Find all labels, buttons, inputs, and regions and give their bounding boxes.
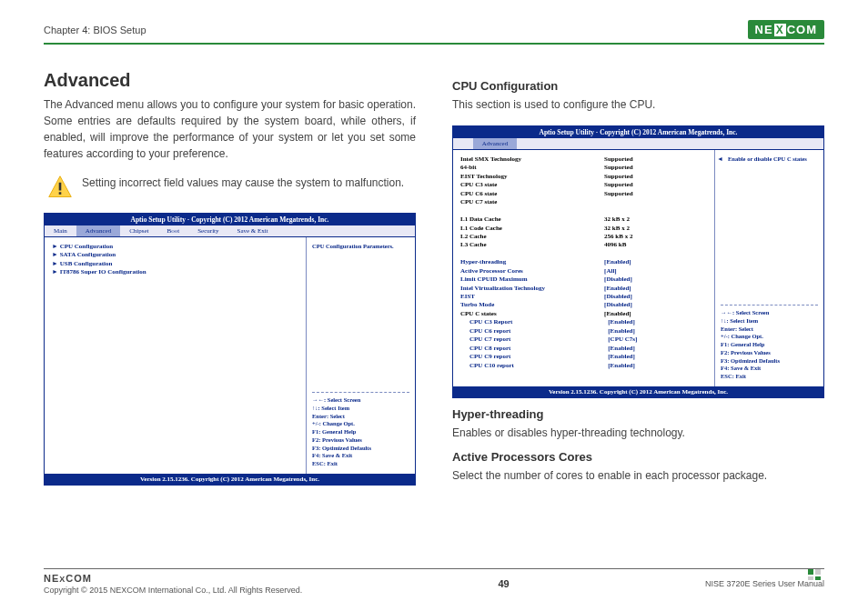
- bios-field-value: [Enabled]: [608, 318, 707, 326]
- bios-field-value: [Enabled]: [604, 285, 707, 293]
- bios-field-label: Turbo Mode: [460, 301, 604, 309]
- bios-side-hint: Enable or disable CPU C states: [721, 155, 818, 162]
- bios-field-label: CPU C3 state: [460, 181, 604, 189]
- bios-menu-item: ► IT8786 Super IO Configuration: [52, 268, 298, 276]
- bios-tab-main: Main: [45, 225, 76, 236]
- bios-help-line: F1: General Help: [721, 341, 818, 349]
- bios-title: Aptio Setup Utility - Copyright (C) 2012…: [45, 214, 415, 225]
- arrow-icon: ◄: [717, 155, 723, 163]
- bios-menu-item: ► USB Configuration: [52, 260, 298, 268]
- bios-field-value: [Enabled]: [604, 258, 707, 266]
- warning-icon: [47, 175, 73, 200]
- bios-help-panel: CPU Configuration Parameters. →←: Select…: [306, 237, 415, 474]
- bios-main-panel: ► CPU Configuration► SATA Configuration►…: [45, 237, 306, 474]
- bios-field-label: L1 Data Cache: [460, 215, 604, 224]
- intro-text: The Advanced menu allows you to configur…: [44, 96, 416, 162]
- bios-field-value: Supported: [604, 181, 707, 189]
- bios-field-value: Supported: [604, 190, 707, 198]
- bios-help-line: Enter: Select: [312, 413, 409, 421]
- bios-field-value: 4096 kB: [604, 241, 707, 249]
- bios-tab-security: Security: [188, 225, 227, 236]
- bios-help-line: →←: Select Screen: [721, 309, 818, 317]
- bios-help-line: ↑↓: Select Item: [721, 317, 818, 326]
- bios-field-label: CPU C8 report: [460, 345, 608, 353]
- bios-field-label: L3 Cache: [460, 241, 604, 249]
- bios-help-line: +/-: Change Opt.: [312, 420, 409, 428]
- bios-field-value: [Enabled]: [604, 310, 707, 318]
- bios-field-label: CPU C6 report: [460, 327, 608, 336]
- bios-field-label: Intel Virtualization Technology: [460, 285, 604, 293]
- bios-field-label: CPU C7 state: [460, 198, 604, 206]
- page-footer: NEXCOM Copyright © 2015 NEXCOM Internati…: [44, 568, 824, 595]
- nexcom-logo: NEXCOM: [748, 20, 824, 39]
- bios-help-line: Enter: Select: [721, 326, 818, 334]
- bios-field-label: CPU C9 report: [460, 353, 608, 361]
- footer-copyright: Copyright © 2015 NEXCOM International Co…: [44, 586, 302, 595]
- bios-field-label: CPU C states: [460, 310, 604, 318]
- bios-field-value: [Disabled]: [604, 275, 707, 284]
- bios-field-value: [Enabled]: [608, 327, 707, 336]
- active-processor-cores-body: Select the number of cores to enable in …: [452, 467, 824, 484]
- bios-tabs: Advanced: [453, 138, 823, 150]
- bios-field-label: CPU C6 state: [460, 190, 604, 198]
- bios-menu-item: ► SATA Configuration: [52, 251, 298, 259]
- bios-field-label: L2 Cache: [460, 233, 604, 241]
- bios-field-value: Supported: [604, 155, 707, 164]
- cpu-config-intro: This section is used to configure the CP…: [452, 96, 824, 113]
- bios-version: Version 2.15.1236. Copyright (C) 2012 Am…: [45, 474, 415, 485]
- bios-field-value: 32 kB x 2: [604, 215, 707, 224]
- bios-tab-chipset: Chipset: [120, 225, 157, 236]
- bios-field-value: [Disabled]: [604, 293, 707, 301]
- page-header: Chapter 4: BIOS Setup NEXCOM: [44, 20, 824, 45]
- warning-block: Setting incorrect field values may cause…: [44, 175, 416, 200]
- footer-logo: NEXCOM: [44, 573, 302, 584]
- bios-help-line: F4: Save & Exit: [312, 452, 409, 460]
- bios-help-line: F3: Optimized Defaults: [721, 357, 818, 366]
- hyper-threading-heading: Hyper-threading: [452, 407, 824, 421]
- bios-tab-save-exit: Save & Exit: [228, 225, 278, 236]
- right-column: CPU Configuration This section is used t…: [452, 70, 824, 496]
- bios-tab-advanced: Advanced: [76, 225, 120, 236]
- bios-help-line: +/-: Change Opt.: [721, 333, 818, 341]
- bios-field-value: [Enabled]: [608, 362, 707, 370]
- bios-field-value: [All]: [604, 267, 707, 275]
- bios-field-value: [Enabled]: [608, 345, 707, 353]
- bios-field-value: [CPU C7s]: [608, 336, 707, 344]
- svg-rect-2: [59, 192, 62, 195]
- bios-field-label: Intel SMX Technology: [460, 155, 604, 164]
- bios-help-line: F2: Previous Values: [312, 436, 409, 445]
- bios-field-value: Supported: [604, 164, 707, 172]
- page-number: 49: [498, 578, 509, 589]
- svg-rect-1: [59, 183, 62, 191]
- bios-tab-advanced: Advanced: [473, 138, 517, 149]
- footer-manual-name: NISE 3720E Series User Manual: [705, 579, 824, 588]
- bios-field-label: 64-bit: [460, 164, 604, 172]
- bios-help-line: F3: Optimized Defaults: [312, 445, 409, 453]
- bios-screenshot-advanced-menu: Aptio Setup Utility - Copyright (C) 2012…: [44, 213, 416, 486]
- warning-text: Setting incorrect field values may cause…: [82, 175, 404, 191]
- section-title: Advanced: [44, 70, 416, 91]
- bios-title: Aptio Setup Utility - Copyright (C) 2012…: [453, 126, 823, 138]
- bios-field-label: Limit CPUID Maximum: [460, 275, 604, 284]
- bios-field-label: EIST Technology: [460, 173, 604, 181]
- bios-field-value: Supported: [604, 173, 707, 181]
- bios-field-value: [Enabled]: [608, 353, 707, 361]
- bios-help-line: ↑↓: Select Item: [312, 405, 409, 413]
- bios-field-label: Hyper-threading: [460, 258, 604, 266]
- bios-help-line: ESC: Exit: [721, 373, 818, 381]
- bios-field-value: 32 kB x 2: [604, 225, 707, 233]
- bios-help-keys: →←: Select Screen↑↓: Select ItemEnter: S…: [721, 305, 818, 381]
- bios-field-value: [Disabled]: [604, 301, 707, 309]
- active-processor-cores-heading: Active Processors Cores: [452, 450, 824, 464]
- bios-main-panel: Intel SMX TechnologySupported64-bitSuppo…: [453, 150, 714, 386]
- left-column: Advanced The Advanced menu allows you to…: [44, 70, 416, 496]
- hyper-threading-body: Enables or disables hyper-threading tech…: [452, 425, 824, 441]
- bios-field-label: Active Processor Cores: [460, 267, 604, 275]
- cpu-config-heading: CPU Configuration: [452, 79, 824, 93]
- bios-field-label: L1 Code Cache: [460, 225, 604, 233]
- bios-help-line: ESC: Exit: [312, 460, 409, 468]
- bios-field-value: [604, 198, 707, 206]
- bios-tabs: MainAdvancedChipsetBootSecuritySave & Ex…: [45, 225, 415, 237]
- bios-help-line: F1: General Help: [312, 428, 409, 436]
- bios-menu-item: ► CPU Configuration: [52, 243, 298, 251]
